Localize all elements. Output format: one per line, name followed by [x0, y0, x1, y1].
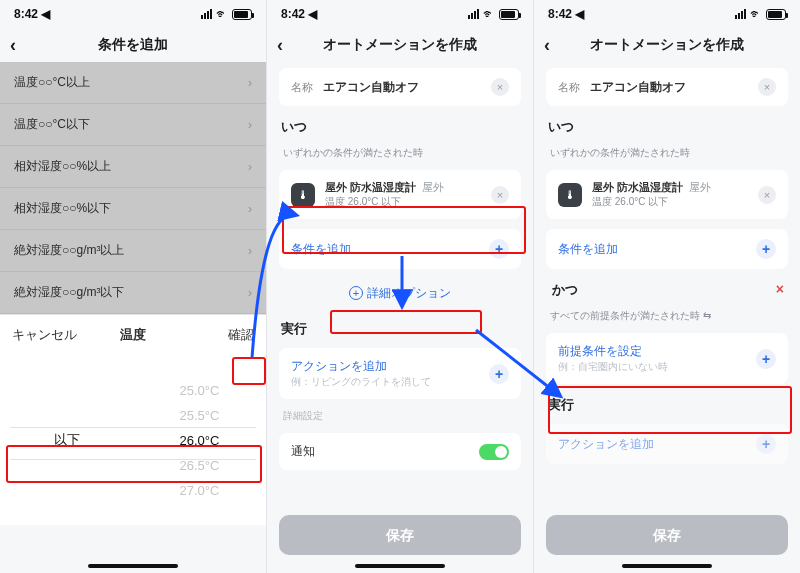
toggle-switch[interactable]: [479, 444, 509, 460]
location-icon: ◀: [41, 7, 50, 21]
back-button[interactable]: ‹: [277, 35, 283, 56]
condition-option[interactable]: 温度○○°C以下›: [0, 104, 266, 146]
save-button[interactable]: 保存: [546, 515, 788, 555]
value-picker[interactable]: 以下 25.0°C 25.5°C 26.0°C 26.5°C 27.0°C: [0, 355, 266, 525]
picker-col-value: 25.0°C 25.5°C 26.0°C 26.5°C 27.0°C: [133, 355, 266, 525]
automation-name-field[interactable]: 名称 エアコン自動オフ ×: [546, 68, 788, 106]
home-indicator[interactable]: [88, 564, 178, 568]
plus-icon: +: [489, 364, 509, 384]
status-bar: 8:42 ◀ ᯤ: [534, 0, 800, 28]
set-precondition-button[interactable]: 前提条件を設定 例：自宅圏内にいない時 +: [546, 333, 788, 384]
screen-automation-create-basic: 8:42 ◀ ᯤ ‹ オートメーションを作成 名称 エアコン自動オフ × いつ …: [266, 0, 533, 573]
home-indicator[interactable]: [355, 564, 445, 568]
screen-condition-picker: 8:42 ◀ ᯤ ‹ 条件を追加 温度○○°C以上› 温度○○°C以下› 相対湿…: [0, 0, 266, 573]
status-bar: 8:42 ◀ ᯤ: [0, 0, 266, 28]
signal-icon: [201, 9, 212, 19]
back-button[interactable]: ‹: [544, 35, 550, 56]
add-condition-button[interactable]: 条件を追加+: [279, 229, 521, 269]
remove-icon[interactable]: ×: [758, 186, 776, 204]
status-bar: 8:42 ◀ ᯤ: [267, 0, 533, 28]
condition-option[interactable]: 絶対湿度○○g/m³以上›: [0, 230, 266, 272]
chevron-right-icon: ›: [248, 244, 252, 258]
advanced-options-button[interactable]: +詳細オプション: [279, 279, 521, 308]
picker-col-comparator: 以下: [0, 355, 133, 525]
condition-option[interactable]: 相対湿度○○%以下›: [0, 188, 266, 230]
condition-card[interactable]: 🌡 屋外 防水温湿度計屋外 温度 26.0°C 以下 ×: [279, 170, 521, 219]
chevron-right-icon: ›: [248, 76, 252, 90]
confirm-button[interactable]: 確認: [228, 326, 254, 344]
page-title: オートメーションを作成: [323, 36, 477, 54]
add-action-button[interactable]: アクションを追加 例：リビングのライトを消して +: [279, 348, 521, 399]
picker-sheet: キャンセル 温度 確認 以下 25.0°C 25.5°C 26.0°C 26.5…: [0, 314, 266, 525]
thermometer-icon: 🌡: [558, 183, 582, 207]
plus-icon: +: [756, 434, 776, 454]
home-indicator[interactable]: [622, 564, 712, 568]
chevron-right-icon: ›: [248, 286, 252, 300]
back-button[interactable]: ‹: [10, 35, 16, 56]
condition-option[interactable]: 絶対湿度○○g/m³以下›: [0, 272, 266, 314]
plus-icon: +: [756, 239, 776, 259]
add-condition-button[interactable]: 条件を追加+: [546, 229, 788, 269]
remove-section-button[interactable]: ×: [776, 281, 784, 297]
automation-name-field[interactable]: 名称 エアコン自動オフ ×: [279, 68, 521, 106]
plus-icon: +: [489, 239, 509, 259]
notification-row[interactable]: 通知: [279, 433, 521, 470]
page-title: オートメーションを作成: [590, 36, 744, 54]
chevron-right-icon: ›: [248, 118, 252, 132]
plus-icon: +: [756, 349, 776, 369]
cancel-button[interactable]: キャンセル: [12, 326, 77, 344]
nav-header: ‹ 条件を追加: [0, 28, 266, 62]
wifi-icon: ᯤ: [216, 7, 228, 21]
clear-icon[interactable]: ×: [491, 78, 509, 96]
clear-icon[interactable]: ×: [758, 78, 776, 96]
chevron-right-icon: ›: [248, 160, 252, 174]
screen-automation-create-advanced: 8:42 ◀ ᯤ ‹ オートメーションを作成 名称 エアコン自動オフ × いつ …: [533, 0, 800, 573]
condition-option[interactable]: 温度○○°C以上›: [0, 62, 266, 104]
add-action-button[interactable]: アクションを追加 +: [546, 424, 788, 464]
battery-icon: [232, 9, 252, 20]
nav-header: ‹ オートメーションを作成: [267, 28, 533, 62]
section-execute: 実行: [279, 320, 521, 338]
thermometer-icon: 🌡: [291, 183, 315, 207]
section-when: いつ: [279, 118, 521, 136]
nav-header: ‹ オートメーションを作成: [534, 28, 800, 62]
chevron-right-icon: ›: [248, 202, 252, 216]
save-button[interactable]: 保存: [279, 515, 521, 555]
condition-option[interactable]: 相対湿度○○%以上›: [0, 146, 266, 188]
condition-card[interactable]: 🌡 屋外 防水温湿度計屋外 温度 26.0°C 以下 ×: [546, 170, 788, 219]
remove-icon[interactable]: ×: [491, 186, 509, 204]
page-title: 条件を追加: [98, 36, 168, 54]
